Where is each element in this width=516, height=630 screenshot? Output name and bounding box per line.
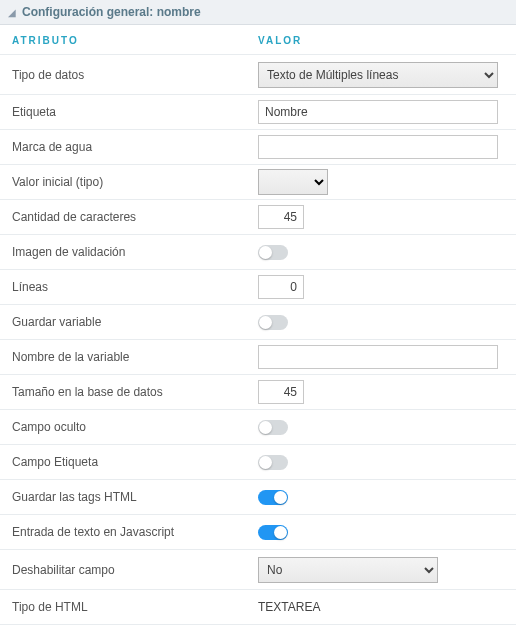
value-html-type: TEXTAREA xyxy=(258,600,320,614)
label-html-type: Tipo de HTML xyxy=(8,600,258,614)
column-header-attr: ATRIBUTO xyxy=(8,35,258,46)
toggle-save-var[interactable] xyxy=(258,315,288,330)
label-js-text-input: Entrada de texto en Javascript xyxy=(8,525,258,539)
label-initial-value: Valor inicial (tipo) xyxy=(8,175,258,189)
collapse-icon: ◢ xyxy=(8,7,16,18)
row-sql-type: Tipo de SQL VARCHAR xyxy=(0,625,516,630)
label-disable-field: Deshabilitar campo xyxy=(8,563,258,577)
row-db-size: Tamaño en la base de datos xyxy=(0,375,516,410)
row-disable-field: Deshabilitar campo No xyxy=(0,550,516,590)
row-char-count: Cantidad de caracteres xyxy=(0,200,516,235)
panel-header[interactable]: ◢ Configuración general: nombre xyxy=(0,0,516,25)
row-save-var: Guardar variable xyxy=(0,305,516,340)
label-validation-img: Imagen de validación xyxy=(8,245,258,259)
input-lines[interactable] xyxy=(258,275,304,299)
row-initial-value: Valor inicial (tipo) xyxy=(0,165,516,200)
row-label-field: Campo Etiqueta xyxy=(0,445,516,480)
row-js-text-input: Entrada de texto en Javascript xyxy=(0,515,516,550)
label-label-field: Campo Etiqueta xyxy=(8,455,258,469)
column-headers: ATRIBUTO VALOR xyxy=(0,25,516,55)
row-lines: Líneas xyxy=(0,270,516,305)
toggle-save-html-tags[interactable] xyxy=(258,490,288,505)
label-lines: Líneas xyxy=(8,280,258,294)
row-validation-img: Imagen de validación xyxy=(0,235,516,270)
input-watermark[interactable] xyxy=(258,135,498,159)
toggle-js-text-input[interactable] xyxy=(258,525,288,540)
row-label: Etiqueta xyxy=(0,95,516,130)
toggle-label-field[interactable] xyxy=(258,455,288,470)
label-save-html-tags: Guardar las tags HTML xyxy=(8,490,258,504)
row-hidden-field: Campo oculto xyxy=(0,410,516,445)
input-char-count[interactable] xyxy=(258,205,304,229)
label-char-count: Cantidad de caracteres xyxy=(8,210,258,224)
label-var-name: Nombre de la variable xyxy=(8,350,258,364)
label-save-var: Guardar variable xyxy=(8,315,258,329)
row-save-html-tags: Guardar las tags HTML xyxy=(0,480,516,515)
label-etiqueta: Etiqueta xyxy=(8,105,258,119)
select-initial-value[interactable] xyxy=(258,169,328,195)
toggle-validation-img[interactable] xyxy=(258,245,288,260)
input-db-size[interactable] xyxy=(258,380,304,404)
label-db-size: Tamaño en la base de datos xyxy=(8,385,258,399)
label-watermark: Marca de agua xyxy=(8,140,258,154)
toggle-hidden-field[interactable] xyxy=(258,420,288,435)
select-disable-field[interactable]: No xyxy=(258,557,438,583)
label-hidden-field: Campo oculto xyxy=(8,420,258,434)
input-label[interactable] xyxy=(258,100,498,124)
label-data-type: Tipo de datos xyxy=(8,68,258,82)
input-var-name[interactable] xyxy=(258,345,498,369)
row-data-type: Tipo de datos Texto de Múltiples líneas xyxy=(0,55,516,95)
panel-title: Configuración general: nombre xyxy=(22,5,201,19)
row-var-name: Nombre de la variable xyxy=(0,340,516,375)
select-data-type[interactable]: Texto de Múltiples líneas xyxy=(258,62,498,88)
column-header-val: VALOR xyxy=(258,35,508,46)
row-html-type: Tipo de HTML TEXTAREA xyxy=(0,590,516,625)
row-watermark: Marca de agua xyxy=(0,130,516,165)
